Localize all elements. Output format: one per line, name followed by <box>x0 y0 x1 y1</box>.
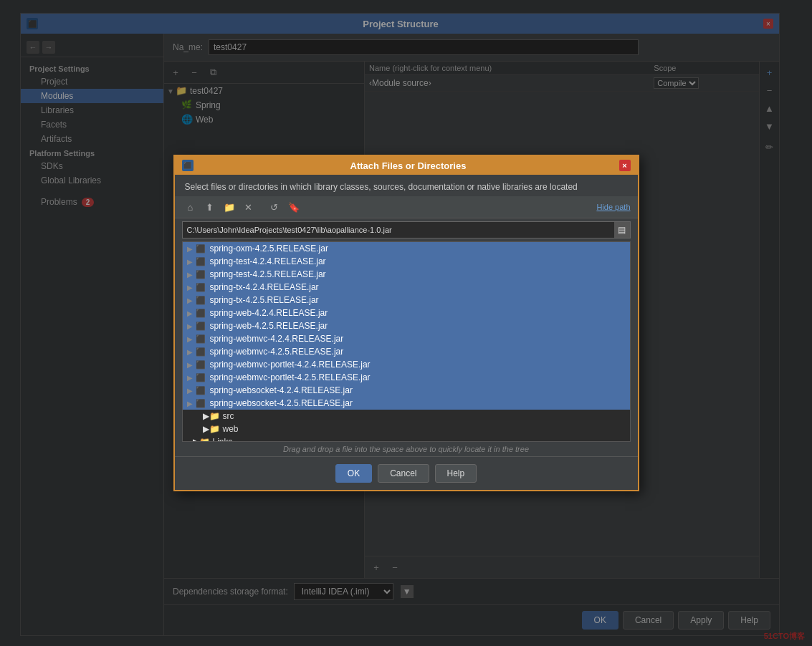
tree-jar-item[interactable]: ▶ ⬛ spring-tx-4.2.5.RELEASE.jar <box>183 294 630 307</box>
tree-jar-item[interactable]: ▶ ⬛ spring-webmvc-4.2.5.RELEASE.jar <box>183 345 630 358</box>
jar-label: spring-webmvc-4.2.4.RELEASE.jar <box>210 334 344 344</box>
jar-label: spring-test-4.2.4.RELEASE.jar <box>210 256 326 266</box>
dialog-buttons: OK Cancel Help <box>175 456 638 490</box>
tree-jar-item[interactable]: ▶ ⬛ spring-tx-4.2.4.RELEASE.jar <box>183 281 630 294</box>
dialog-toolbar: ⌂ ⬆ 📁 ✕ ↺ 🔖 Hide path <box>175 196 638 218</box>
jar-label: spring-websocket-4.2.5.RELEASE.jar <box>210 398 353 408</box>
dialog-overlay: ⬛ Attach Files or Directories × Select f… <box>0 0 812 646</box>
dialog-icon: ⬛ <box>182 160 194 171</box>
folder-label: Links <box>213 437 233 442</box>
refresh-button[interactable]: ↺ <box>266 199 283 215</box>
tree-jar-item[interactable]: ▶ ⬛ spring-websocket-4.2.4.RELEASE.jar <box>183 384 630 397</box>
attach-files-dialog: ⬛ Attach Files or Directories × Select f… <box>173 155 639 491</box>
jar-label: spring-webmvc-4.2.5.RELEASE.jar <box>210 347 344 357</box>
dialog-help-button[interactable]: Help <box>435 464 477 483</box>
dialog-title-bar: ⬛ Attach Files or Directories × <box>175 156 638 175</box>
hide-path-button[interactable]: Hide path <box>596 203 630 211</box>
folder-label: src <box>223 411 234 421</box>
tree-jar-item[interactable]: ▶ ⬛ spring-test-4.2.4.RELEASE.jar <box>183 255 630 268</box>
drag-hint: Drag and drop a file into the space abov… <box>175 442 638 456</box>
jar-label: spring-tx-4.2.5.RELEASE.jar <box>210 295 319 305</box>
tree-folder-links[interactable]: ▶ 📁 Links <box>183 435 630 442</box>
dialog-cancel-button[interactable]: Cancel <box>378 464 429 483</box>
folder-label: web <box>223 424 239 434</box>
delete-button[interactable]: ✕ <box>240 199 257 215</box>
tree-folder-web[interactable]: ▶ 📁 web <box>183 423 630 435</box>
path-browse-button[interactable]: ▤ <box>614 222 630 238</box>
jar-label: spring-tx-4.2.4.RELEASE.jar <box>210 282 319 292</box>
tree-jar-item[interactable]: ▶ ⬛ spring-webmvc-portlet-4.2.5.RELEASE.… <box>183 371 630 384</box>
tree-jar-item[interactable]: ▶ ⬛ spring-webmvc-portlet-4.2.4.RELEASE.… <box>183 358 630 371</box>
jar-label: spring-websocket-4.2.4.RELEASE.jar <box>210 385 353 395</box>
tree-jar-item[interactable]: ▶ ⬛ spring-web-4.2.5.RELEASE.jar <box>183 319 630 332</box>
path-input[interactable] <box>183 223 614 236</box>
dialog-path-bar: ▤ <box>182 221 631 238</box>
home-button[interactable]: ⌂ <box>182 199 199 215</box>
bookmark-button[interactable]: 🔖 <box>285 199 302 215</box>
tree-folder-src[interactable]: ▶ 📁 src <box>183 410 630 423</box>
jar-label: spring-test-4.2.5.RELEASE.jar <box>210 269 326 279</box>
jar-label: spring-webmvc-portlet-4.2.4.RELEASE.jar <box>210 360 371 370</box>
new-folder-button[interactable]: 📁 <box>221 199 238 215</box>
jar-label: spring-web-4.2.4.RELEASE.jar <box>210 308 328 318</box>
tree-jar-item[interactable]: ▶ ⬛ spring-web-4.2.4.RELEASE.jar <box>183 307 630 319</box>
tree-jar-item[interactable]: ▶ ⬛ spring-test-4.2.5.RELEASE.jar <box>183 268 630 281</box>
folder-up-button[interactable]: ⬆ <box>201 199 219 215</box>
dialog-file-tree[interactable]: ▶ ⬛ spring-oxm-4.2.5.RELEASE.jar ▶ ⬛ spr… <box>182 241 631 442</box>
dialog-title: Attach Files or Directories <box>198 160 619 171</box>
jar-label: spring-oxm-4.2.5.RELEASE.jar <box>210 244 328 254</box>
dialog-description: Select files or directories in which lib… <box>175 175 638 196</box>
dialog-ok-button[interactable]: OK <box>335 464 372 483</box>
dialog-close-button[interactable]: × <box>619 160 631 171</box>
tree-jar-item[interactable]: ▶ ⬛ spring-webmvc-4.2.4.RELEASE.jar <box>183 332 630 345</box>
tree-jar-item[interactable]: ▶ ⬛ spring-oxm-4.2.5.RELEASE.jar <box>183 242 630 255</box>
jar-label: spring-web-4.2.5.RELEASE.jar <box>210 321 328 331</box>
jar-label: spring-webmvc-portlet-4.2.5.RELEASE.jar <box>210 372 371 382</box>
tree-jar-item[interactable]: ▶ ⬛ spring-websocket-4.2.5.RELEASE.jar <box>183 397 630 410</box>
